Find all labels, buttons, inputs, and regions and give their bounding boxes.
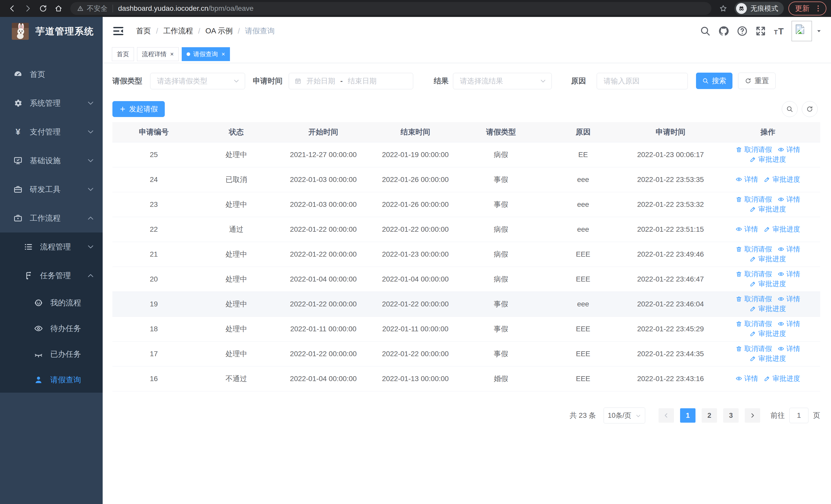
sidebar-item-system[interactable]: 系统管理 — [0, 89, 103, 118]
apply-time-range-picker[interactable]: 开始日期 - 结束日期 — [289, 73, 413, 89]
update-button[interactable]: 更新 — [789, 2, 826, 16]
font-size-button[interactable]: TT — [774, 25, 785, 37]
table-cell: 2022-01-04 00:00:00 — [278, 366, 370, 391]
action-detail[interactable]: 详情 — [778, 269, 800, 279]
action-detail[interactable]: 详情 — [736, 374, 758, 383]
search-icon — [786, 106, 793, 113]
action-approval-progress[interactable]: 审批进度 — [750, 354, 786, 363]
table-cell: 24 — [112, 167, 195, 192]
view-icon — [778, 146, 784, 153]
sidebar-item-process-mgmt[interactable]: 流程管理 — [0, 233, 103, 261]
show-search-toggle-button[interactable] — [782, 101, 798, 117]
action-cancel-leave[interactable]: 取消请假 — [736, 269, 772, 279]
action-detail[interactable]: 详情 — [778, 195, 800, 204]
action-approval-progress[interactable]: 审批进度 — [764, 175, 800, 184]
action-cancel-leave[interactable]: 取消请假 — [736, 244, 772, 254]
table-cell: 2022-01-11 00:00:00 — [369, 317, 461, 342]
caret-down-icon[interactable] — [815, 28, 822, 34]
reload-button[interactable] — [37, 2, 49, 14]
tab-1[interactable]: 流程详情× — [137, 47, 179, 61]
table-cell: 2022-01-22 00:00:00 — [278, 242, 370, 267]
sidebar-item-payment[interactable]: ¥支付管理 — [0, 118, 103, 146]
back-button[interactable] — [6, 2, 19, 14]
edit-icon — [750, 206, 756, 212]
action-cancel-leave[interactable]: 取消请假 — [736, 319, 772, 328]
page-button-1[interactable]: 1 — [680, 408, 695, 423]
sidebar-item-task-mgmt[interactable]: 任务管理 — [0, 261, 103, 290]
result-select[interactable]: 请选择流结果 — [453, 73, 552, 89]
tags-view-bar: 首页流程详情×请假查询× — [103, 45, 831, 63]
action-approval-progress[interactable]: 审批进度 — [750, 279, 786, 289]
action-detail[interactable]: 详情 — [736, 175, 758, 184]
action-approval-progress[interactable]: 审批进度 — [750, 254, 786, 264]
search-button[interactable] — [699, 25, 711, 37]
create-leave-button[interactable]: 发起请假 — [112, 101, 165, 117]
home-button[interactable] — [52, 2, 65, 14]
action-approval-progress[interactable]: 审批进度 — [764, 225, 800, 234]
table-cell: eee — [541, 292, 626, 317]
action-cancel-leave[interactable]: 取消请假 — [736, 195, 772, 204]
leave-type-label: 请假类型 — [112, 72, 142, 90]
actions-cell: 取消请假详情审批进度 — [716, 292, 820, 317]
sidebar-item-home[interactable]: 首页 — [0, 60, 103, 89]
tab-0[interactable]: 首页 — [112, 47, 134, 61]
fullscreen-button[interactable] — [755, 25, 766, 37]
breadcrumb-item-2[interactable]: OA 示例 — [205, 26, 232, 36]
app-logo-row[interactable]: 芋道管理系统 — [0, 17, 103, 46]
sidebar-item-label: 已办任务 — [50, 349, 81, 359]
search-button[interactable]: 搜索 — [696, 72, 733, 89]
page-size-select[interactable]: 10条/页 — [604, 408, 645, 423]
action-approval-progress[interactable]: 审批进度 — [764, 374, 800, 383]
action-cancel-leave[interactable]: 取消请假 — [736, 294, 772, 304]
action-detail[interactable]: 详情 — [778, 344, 800, 353]
sidebar-item-leave-query[interactable]: 请假查询 — [0, 367, 103, 393]
actions-cell: 取消请假详情审批进度 — [716, 242, 820, 267]
chevron-down-icon — [87, 185, 94, 193]
security-badge[interactable]: 不安全 — [77, 4, 108, 13]
sidebar-item-my-process[interactable]: 我的流程 — [0, 290, 103, 316]
action-approval-progress[interactable]: 审批进度 — [750, 329, 786, 338]
action-approval-progress[interactable]: 审批进度 — [750, 304, 786, 313]
sidebar-item-todo-tasks[interactable]: 待办任务 — [0, 316, 103, 341]
close-tab-icon[interactable]: × — [170, 51, 174, 57]
action-detail[interactable]: 详情 — [778, 294, 800, 304]
action-detail[interactable]: 详情 — [778, 244, 800, 254]
tab-2[interactable]: 请假查询× — [182, 47, 230, 61]
prev-page-button[interactable] — [659, 408, 674, 423]
action-detail[interactable]: 详情 — [778, 145, 800, 154]
action-approval-progress[interactable]: 审批进度 — [750, 155, 786, 164]
action-cancel-leave[interactable]: 取消请假 — [736, 145, 772, 154]
goto-page-input[interactable]: 1 — [790, 408, 808, 423]
address-bar[interactable]: 不安全 dashboard.yudao.iocoder.cn/bpm/oa/le… — [70, 2, 711, 15]
table-cell: 17 — [112, 342, 195, 366]
action-detail[interactable]: 详情 — [736, 225, 758, 234]
refresh-table-button[interactable] — [802, 101, 818, 117]
task-icon — [23, 271, 34, 280]
user-avatar[interactable] — [792, 21, 812, 41]
sidebar-item-done-tasks[interactable]: 已办任务 — [0, 341, 103, 367]
page-button-2[interactable]: 2 — [701, 408, 717, 423]
sidebar-collapse-button[interactable] — [112, 25, 124, 37]
reason-input[interactable]: 请输入原因 — [597, 73, 688, 89]
delete-icon — [736, 271, 742, 277]
action-cancel-leave[interactable]: 取消请假 — [736, 344, 772, 353]
forward-button[interactable] — [22, 2, 34, 14]
bookmark-button[interactable] — [717, 2, 729, 14]
sidebar-item-infra[interactable]: 基础设施 — [0, 146, 103, 175]
close-tab-icon[interactable]: × — [222, 51, 225, 57]
reset-button[interactable]: 重置 — [738, 72, 776, 89]
browser-menu-icon[interactable] — [814, 4, 822, 12]
next-page-button[interactable] — [745, 408, 760, 423]
sidebar-item-workflow[interactable]: 工作流程 — [0, 204, 103, 233]
breadcrumb-item-1[interactable]: 工作流程 — [163, 26, 193, 36]
sidebar-item-devtools[interactable]: 研发工具 — [0, 175, 103, 204]
action-detail[interactable]: 详情 — [778, 319, 800, 328]
action-approval-progress[interactable]: 审批进度 — [750, 205, 786, 214]
help-button[interactable] — [737, 25, 748, 37]
sidebar: 芋道管理系统 首页系统管理¥支付管理基础设施研发工具工作流程流程管理任务管理我的… — [0, 17, 103, 504]
page-button-3[interactable]: 3 — [723, 408, 739, 423]
leave-type-select[interactable]: 请选择请假类型 — [150, 73, 245, 89]
table-cell: 事假 — [461, 317, 541, 342]
breadcrumb-item-0[interactable]: 首页 — [136, 26, 151, 36]
github-button[interactable] — [718, 25, 729, 37]
